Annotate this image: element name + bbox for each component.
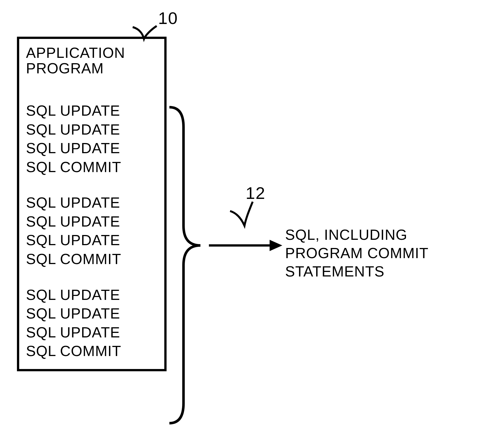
sql-statement: SQL COMMIT <box>26 158 158 177</box>
sql-statement: SQL UPDATE <box>26 304 158 323</box>
output-description: SQL, INCLUDING PROGRAM COMMIT STATEMENTS <box>285 226 485 281</box>
sql-block-1: SQL UPDATE SQL UPDATE SQL UPDATE SQL COM… <box>26 101 158 176</box>
sql-statement: SQL COMMIT <box>26 250 158 269</box>
sql-statement: SQL UPDATE <box>26 120 158 139</box>
ref-label-12: 12 <box>246 183 266 203</box>
application-program-box: APPLICATION PROGRAM SQL UPDATE SQL UPDAT… <box>17 37 167 371</box>
sql-statement: SQL UPDATE <box>26 139 158 158</box>
sql-statement: SQL UPDATE <box>26 231 158 250</box>
sql-statement: SQL COMMIT <box>26 342 158 361</box>
app-box-title: APPLICATION PROGRAM <box>26 45 158 76</box>
sql-statement: SQL UPDATE <box>26 286 158 304</box>
callout-12 <box>230 202 253 226</box>
arrow-head-icon <box>270 240 282 251</box>
sql-block-2: SQL UPDATE SQL UPDATE SQL UPDATE SQL COM… <box>26 193 158 268</box>
sql-statement: SQL UPDATE <box>26 212 158 231</box>
sql-statement: SQL UPDATE <box>26 193 158 212</box>
sql-block-3: SQL UPDATE SQL UPDATE SQL UPDATE SQL COM… <box>26 286 158 361</box>
curly-brace-icon <box>169 107 200 423</box>
ref-label-10: 10 <box>158 8 178 28</box>
diagram-stage: 10 APPLICATION PROGRAM SQL UPDATE SQL UP… <box>0 0 485 448</box>
sql-statement: SQL UPDATE <box>26 323 158 342</box>
sql-statement: SQL UPDATE <box>26 101 158 120</box>
